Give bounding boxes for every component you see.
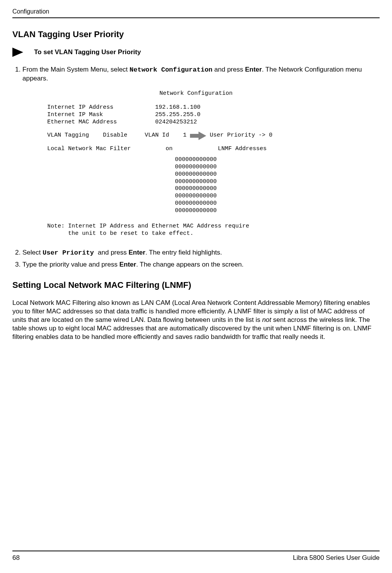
vlan-left: VLAN Tagging Disable VLAN Id 1 [47, 132, 190, 139]
lnmf-addresses: 000000000000 000000000000 000000000000 0… [175, 156, 380, 214]
lnmf-addr: 000000000000 [175, 185, 380, 193]
header-rule [12, 17, 380, 18]
step2-text-c: . The entry field highlights. [146, 249, 222, 256]
para-italic: not [262, 316, 271, 323]
step3-text-a: Type the priority value and press [22, 261, 119, 268]
svg-rect-1 [190, 134, 199, 138]
step2-bold: Enter [128, 249, 145, 256]
ss-line: Internet IP Address 192.168.1.100 [47, 104, 380, 111]
svg-marker-2 [199, 132, 206, 140]
terminal-screenshot: Network Configuration Internet IP Addres… [47, 90, 380, 238]
screenshot-title: Network Configuration [12, 90, 380, 97]
lnmf-addr: 000000000000 [175, 178, 380, 186]
steps-list-2: Select User Priority and press Enter. Th… [12, 248, 380, 269]
ss-line: Ethernet MAC Address 024204253212 [47, 119, 380, 126]
screenshot-note: Note: Internet IP Address and Ethernet M… [47, 223, 380, 238]
note-line1: Note: Internet IP Address and Ethernet M… [47, 223, 380, 230]
step2-text-b: and press [98, 249, 128, 256]
procedure-title: To set VLAN Tagging User Priority [34, 48, 141, 56]
screenshot-block1: Internet IP Address 192.168.1.100 Intern… [47, 104, 380, 126]
page-footer: 68 Libra 5800 Series User Guide [12, 551, 380, 562]
lnmf-addr: 000000000000 [175, 156, 380, 164]
step2-mono: User Priority [43, 249, 98, 257]
footer-rule [12, 551, 380, 551]
section-title-vlan: VLAN Tagging User Priority [12, 29, 380, 40]
procedure-arrow-icon [12, 48, 23, 57]
step1-text-a: From the Main System Menu, select [22, 66, 130, 73]
book-title: Libra 5800 Series User Guide [293, 554, 380, 562]
step-2: Select User Priority and press Enter. Th… [22, 248, 380, 257]
step2-text-a: Select [22, 249, 43, 256]
section-title-lnmf: Setting Local Network MAC Filtering (LNM… [12, 280, 380, 291]
procedure-heading-row: To set VLAN Tagging User Priority [12, 48, 380, 57]
step1-mono: Network Configuration [130, 66, 212, 74]
running-header: Configuration [12, 8, 380, 16]
lnmf-addr: 000000000000 [175, 200, 380, 207]
ss-line: Internet IP Mask 255.255.255.0 [47, 111, 380, 119]
svg-marker-0 [12, 48, 23, 57]
step3-bold: Enter [119, 261, 136, 268]
vlan-right: User Priority -> 0 [206, 132, 272, 139]
lnmf-addr: 000000000000 [175, 193, 380, 200]
note-line2: the unit to be reset to take effect. [47, 230, 380, 238]
vlan-line: VLAN Tagging Disable VLAN Id 1 User Prio… [47, 132, 380, 140]
step-3: Type the priority value and press Enter.… [22, 260, 380, 269]
lnmf-addr: 000000000000 [175, 164, 380, 171]
lnmf-line: Local Network Mac Filter on LNMF Address… [47, 145, 380, 153]
step1-text-b: and press [212, 66, 245, 73]
lnmf-addr: 000000000000 [175, 207, 380, 215]
page-number: 68 [12, 554, 20, 562]
pointer-arrow-icon [190, 132, 206, 140]
step1-bold: Enter [245, 66, 262, 73]
step3-text-b: . The change appears on the screen. [136, 261, 244, 268]
step-1: From the Main System Menu, select Networ… [22, 65, 380, 83]
lnmf-addr: 000000000000 [175, 171, 380, 178]
lnmf-paragraph: Local Network MAC Filtering also known a… [12, 299, 380, 341]
steps-list-1: From the Main System Menu, select Networ… [12, 65, 380, 83]
